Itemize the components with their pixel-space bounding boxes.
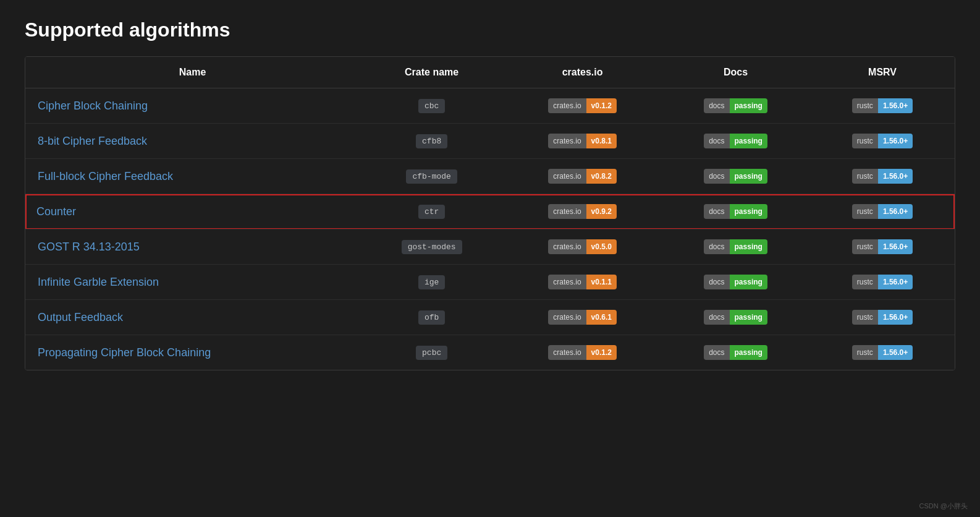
docs-cell: docspassing: [661, 194, 810, 229]
algorithm-link[interactable]: Cipher Block Chaining: [38, 100, 148, 112]
docs-cell: docspassing: [661, 229, 810, 265]
msrv-badge-version: 1.56.0+: [878, 134, 913, 148]
cratesio-badge-version: v0.1.2: [586, 345, 617, 360]
algorithm-link[interactable]: GOST R 34.13-2015: [38, 241, 140, 253]
algorithm-link[interactable]: Counter: [36, 205, 76, 218]
msrv-cell: rustc1.56.0+: [810, 194, 955, 229]
algorithm-name-cell: Output Feedback: [25, 300, 360, 335]
cratesio-badge-label: crates.io: [548, 134, 586, 148]
algorithm-link[interactable]: Full-block Cipher Feedback: [38, 170, 173, 182]
docs-badge-status: passing: [730, 275, 767, 289]
msrv-badge-group[interactable]: rustc1.56.0+: [852, 134, 913, 148]
docs-badge-status: passing: [730, 204, 767, 219]
msrv-badge-label: rustc: [852, 98, 878, 113]
docs-badge-group[interactable]: docspassing: [704, 275, 767, 289]
cratesio-badge-version: v0.1.2: [586, 98, 617, 113]
docs-cell: docspassing: [661, 300, 810, 335]
cratesio-badge-group[interactable]: crates.iov0.8.1: [548, 134, 617, 148]
docs-badge-label: docs: [704, 134, 729, 148]
cratesio-cell: crates.iov0.6.1: [504, 300, 661, 335]
msrv-badge-label: rustc: [852, 275, 878, 289]
page-title: Supported algorithms: [25, 19, 955, 41]
msrv-badge-group[interactable]: rustc1.56.0+: [852, 310, 913, 325]
watermark-text: CSDN @小胖头: [919, 502, 968, 511]
crate-name-cell: pcbc: [360, 335, 504, 370]
docs-badge-group[interactable]: docspassing: [704, 239, 767, 254]
cratesio-badge-version: v0.5.0: [586, 239, 617, 254]
cratesio-cell: crates.iov0.1.2: [504, 335, 661, 370]
cratesio-badge-label: crates.io: [548, 98, 586, 113]
msrv-badge-group[interactable]: rustc1.56.0+: [852, 345, 913, 360]
docs-badge-group[interactable]: docspassing: [704, 310, 767, 325]
msrv-cell: rustc1.56.0+: [810, 124, 955, 159]
msrv-badge-group[interactable]: rustc1.56.0+: [852, 169, 913, 184]
msrv-badge-label: rustc: [852, 239, 878, 254]
table-row: Output Feedbackofbcrates.iov0.6.1docspas…: [25, 300, 955, 335]
docs-cell: docspassing: [661, 88, 810, 124]
algorithm-name-cell: Cipher Block Chaining: [25, 88, 360, 124]
algorithm-link[interactable]: 8-bit Cipher Feedback: [38, 135, 147, 147]
cratesio-badge-group[interactable]: crates.iov0.1.2: [548, 345, 617, 360]
crate-name-cell: ofb: [360, 300, 504, 335]
msrv-badge-group[interactable]: rustc1.56.0+: [852, 239, 913, 254]
crate-name-cell: cfb8: [360, 124, 504, 159]
docs-badge-status: passing: [730, 310, 767, 325]
docs-badge-group[interactable]: docspassing: [704, 98, 767, 113]
docs-badge-status: passing: [730, 239, 767, 254]
cratesio-badge-version: v0.1.1: [586, 275, 617, 289]
cratesio-badge-label: crates.io: [548, 310, 586, 325]
algorithm-link[interactable]: Infinite Garble Extension: [38, 276, 159, 288]
cratesio-badge-group[interactable]: crates.iov0.1.2: [548, 98, 617, 113]
docs-badge-group[interactable]: docspassing: [704, 345, 767, 360]
crate-badge: ctr: [418, 205, 445, 219]
crate-name-cell: gost-modes: [360, 229, 504, 265]
docs-badge-status: passing: [730, 345, 767, 360]
cratesio-badge-group[interactable]: crates.iov0.1.1: [548, 275, 617, 289]
docs-cell: docspassing: [661, 159, 810, 194]
cratesio-cell: crates.iov0.8.1: [504, 124, 661, 159]
crate-badge: ofb: [418, 310, 445, 325]
crate-badge: gost-modes: [402, 240, 462, 254]
msrv-badge-version: 1.56.0+: [878, 310, 913, 325]
algorithm-link[interactable]: Propagating Cipher Block Chaining: [38, 346, 211, 359]
cratesio-cell: crates.iov0.9.2: [504, 194, 661, 229]
table-header-row: Name Crate name crates.io Docs MSRV: [25, 57, 955, 88]
msrv-badge-label: rustc: [852, 345, 878, 360]
docs-badge-label: docs: [704, 169, 729, 184]
docs-badge-group[interactable]: docspassing: [704, 204, 767, 219]
msrv-badge-group[interactable]: rustc1.56.0+: [852, 204, 913, 219]
docs-cell: docspassing: [661, 335, 810, 370]
docs-badge-group[interactable]: docspassing: [704, 169, 767, 184]
cratesio-badge-group[interactable]: crates.iov0.8.2: [548, 169, 617, 184]
crate-name-cell: cfb-mode: [360, 159, 504, 194]
table-row: Infinite Garble Extensionigecrates.iov0.…: [25, 265, 955, 300]
docs-badge-label: docs: [704, 98, 729, 113]
cratesio-badge-group[interactable]: crates.iov0.5.0: [548, 239, 617, 254]
crate-badge: pcbc: [416, 346, 447, 360]
crate-name-cell: ctr: [360, 194, 504, 229]
msrv-badge-version: 1.56.0+: [878, 345, 913, 360]
cratesio-cell: crates.iov0.5.0: [504, 229, 661, 265]
cratesio-badge-group[interactable]: crates.iov0.6.1: [548, 310, 617, 325]
col-header-crate: Crate name: [360, 57, 504, 88]
algorithm-link[interactable]: Output Feedback: [38, 311, 123, 323]
table-row: Full-block Cipher Feedbackcfb-modecrates…: [25, 159, 955, 194]
docs-badge-group[interactable]: docspassing: [704, 134, 767, 148]
crate-badge: cfb-mode: [406, 169, 457, 184]
msrv-badge-group[interactable]: rustc1.56.0+: [852, 275, 913, 289]
crate-name-cell: cbc: [360, 88, 504, 124]
cratesio-cell: crates.iov0.1.1: [504, 265, 661, 300]
msrv-badge-version: 1.56.0+: [878, 204, 913, 219]
algorithms-table-wrapper: Name Crate name crates.io Docs MSRV Ciph…: [25, 56, 955, 370]
docs-badge-label: docs: [704, 345, 729, 360]
msrv-badge-version: 1.56.0+: [878, 169, 913, 184]
cratesio-badge-version: v0.6.1: [586, 310, 617, 325]
msrv-badge-group[interactable]: rustc1.56.0+: [852, 98, 913, 113]
docs-badge-status: passing: [730, 98, 767, 113]
cratesio-badge-label: crates.io: [548, 345, 586, 360]
cratesio-badge-group[interactable]: crates.iov0.9.2: [548, 204, 617, 219]
docs-badge-label: docs: [704, 204, 729, 219]
cratesio-badge-version: v0.8.2: [586, 169, 617, 184]
msrv-cell: rustc1.56.0+: [810, 265, 955, 300]
msrv-cell: rustc1.56.0+: [810, 88, 955, 124]
